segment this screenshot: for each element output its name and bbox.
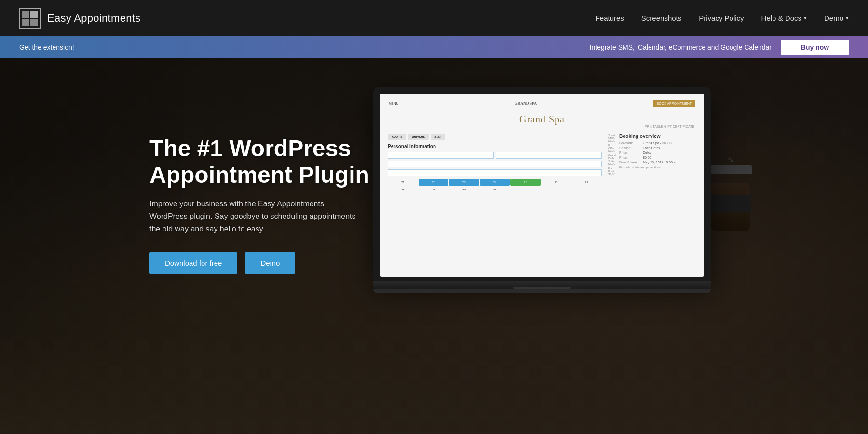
spa-booking-row-1: Service: Face Detox <box>619 146 696 149</box>
cup-dark-lid <box>709 165 752 174</box>
hero-content: The #1 WordPressAppointment Plugin Impro… <box>149 135 369 274</box>
spa-booking-label: Service: <box>619 146 641 149</box>
coffee-cup-dark: ∿ <box>709 154 752 217</box>
spa-right-panel: Booking overview Location: Grand Spa - 3… <box>619 134 696 272</box>
spa-tabs: Rooms Services Staff <box>388 134 602 140</box>
spa-booking-row-4: Date & time: May 26, 2018 10:00 am <box>619 161 696 164</box>
laptop-outer: MENU GRAND SPA BOOK APPOINTMENT Grand Sp… <box>373 87 711 281</box>
cal-cell: 31 <box>480 186 510 193</box>
spa-title: Grand Spa <box>385 114 699 125</box>
spa-gift-label: PRINTABLE GIFT CERTIFICATE <box>385 125 699 128</box>
spa-content-area: Rooms Services Staff Personal Informatio… <box>385 131 699 275</box>
hero-buttons: Download for free Demo <box>149 252 369 274</box>
cal-cell: 26 <box>541 179 571 186</box>
spa-booking-label: Price: <box>619 156 641 159</box>
cup-sleeve <box>710 195 751 212</box>
cal-cell: 25 <box>510 179 541 186</box>
spa-form-row-2 <box>388 161 602 167</box>
cal-cell: 27 <box>571 179 602 186</box>
nav-privacy[interactable]: Privacy Policy <box>699 14 744 22</box>
brand-logo[interactable]: Easy Appointments <box>19 8 140 29</box>
spa-input-lastname <box>496 152 602 159</box>
hero-section: ∿ MENU GRAND SPA BOOK APPOINTMENT Grand … <box>0 58 868 434</box>
nav-demo[interactable]: Demo ▾ <box>824 14 849 22</box>
cal-cell: 23 <box>449 179 479 186</box>
laptop-keyboard <box>373 289 711 293</box>
spa-input-name <box>388 152 494 159</box>
chevron-down-icon: ▾ <box>804 15 807 21</box>
hero-bottom-overlay <box>0 338 868 434</box>
promo-bar: Get the extension! Integrate SMS, iCalen… <box>0 36 868 58</box>
spa-form-row <box>388 152 602 159</box>
spa-form-row-3 <box>388 169 602 176</box>
nav-features[interactable]: Features <box>596 14 624 22</box>
top-nav: Easy Appointments Features Screenshots P… <box>0 0 868 36</box>
spa-tab: Staff <box>431 134 445 140</box>
spa-tab: Rooms <box>388 134 406 140</box>
spa-menu-label: MENU <box>389 102 399 105</box>
spa-price-row: Fri Offer: $0,00 <box>608 144 613 152</box>
laptop-screen: MENU GRAND SPA BOOK APPOINTMENT Grand Sp… <box>380 94 704 277</box>
cal-cell: 24 <box>480 179 510 186</box>
cal-cell: 28 <box>388 186 418 193</box>
brand-icon <box>19 8 41 29</box>
spa-booking-note: Final with spirits and promotions <box>619 166 696 169</box>
spa-booking-value: Grand Spa - 35008 <box>643 141 672 145</box>
buy-now-button[interactable]: Buy now <box>781 40 849 55</box>
spa-booking-value: Detox <box>643 151 651 154</box>
spa-input-phone <box>388 161 602 167</box>
hero-subtext: Improve your business with the Easy Appo… <box>149 198 362 235</box>
cal-cell: 21 <box>388 179 418 186</box>
spa-booking-label: Price: <box>619 151 641 154</box>
spa-price-row: Short Offer: $0,00 <box>608 134 613 142</box>
nav-help-docs[interactable]: Help & Docs ▾ <box>761 14 807 22</box>
hero-headline: The #1 WordPressAppointment Plugin <box>149 135 369 188</box>
spa-website-content: MENU GRAND SPA BOOK APPOINTMENT Grand Sp… <box>380 94 704 277</box>
spa-booking-label: Location: <box>619 141 641 145</box>
laptop-base <box>373 281 711 289</box>
spa-price-panel: Short Offer: $0,00 Fri Offer: $0,00 Gran… <box>606 134 615 272</box>
spa-book-btn: BOOK APPOINTMENT <box>653 100 695 107</box>
nav-links: Features Screenshots Privacy Policy Help… <box>596 14 849 22</box>
spa-booking-value: May 26, 2018 10:00 am <box>643 161 678 164</box>
spa-price-row: Grand Bath Suite: $0,00 <box>608 154 613 165</box>
cup-dark-body <box>711 183 750 231</box>
spa-calendar: 21 22 23 24 25 26 27 28 29 30 31 <box>388 179 602 193</box>
nav-screenshots[interactable]: Screenshots <box>641 14 681 22</box>
spa-input-email <box>388 169 602 176</box>
promo-left-text: Get the extension! <box>19 43 74 51</box>
chevron-down-icon: ▾ <box>846 15 849 21</box>
spa-title-area: Grand Spa PRINTABLE GIFT CERTIFICATE <box>385 109 699 131</box>
brand-name: Easy Appointments <box>47 12 140 25</box>
download-button[interactable]: Download for free <box>149 252 237 274</box>
laptop-mockup: MENU GRAND SPA BOOK APPOINTMENT Grand Sp… <box>373 87 711 293</box>
spa-booking-value: $0.00 <box>643 156 651 159</box>
promo-right: Integrate SMS, iCalendar, eCommerce and … <box>590 40 849 55</box>
cal-cell: 30 <box>449 186 479 193</box>
spa-left-panel: Rooms Services Staff Personal Informatio… <box>388 134 602 272</box>
cal-cell: 29 <box>419 186 449 193</box>
spa-logo-text: GRAND SPA <box>515 101 537 106</box>
spa-tab: Services <box>408 134 429 140</box>
spa-booking-title: Booking overview <box>619 134 696 139</box>
spa-price-row: For Print: $0,00 <box>608 167 613 176</box>
spa-booking-label: Date & time: <box>619 161 641 164</box>
spa-form-title: Personal Information <box>388 144 602 149</box>
spa-nav: MENU GRAND SPA BOOK APPOINTMENT <box>385 98 699 109</box>
demo-button[interactable]: Demo <box>245 252 295 274</box>
promo-center-text: Integrate SMS, iCalendar, eCommerce and … <box>590 43 772 51</box>
spa-booking-row-2: Price: Detox <box>619 151 696 154</box>
cal-cell: 22 <box>419 179 449 186</box>
spa-booking-row-3: Price: $0.00 <box>619 156 696 159</box>
spa-booking-row-0: Location: Grand Spa - 35008 <box>619 141 696 145</box>
spa-booking-value: Face Detox <box>643 146 660 149</box>
